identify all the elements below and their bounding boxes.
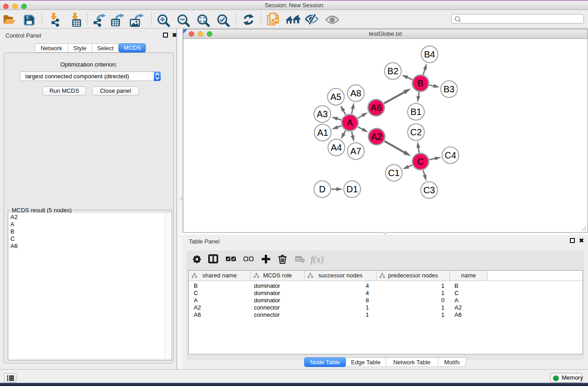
svg-text:A8: A8 bbox=[350, 88, 361, 98]
svg-text:A6: A6 bbox=[371, 103, 382, 113]
svg-text:C2: C2 bbox=[410, 127, 422, 137]
svg-text:B: B bbox=[417, 78, 423, 88]
svg-text:A7: A7 bbox=[350, 146, 361, 156]
svg-text:A3: A3 bbox=[317, 109, 328, 119]
svg-text:D: D bbox=[319, 184, 325, 194]
svg-text:A: A bbox=[347, 118, 353, 128]
svg-text:D1: D1 bbox=[346, 184, 358, 194]
svg-text:A2: A2 bbox=[371, 132, 382, 142]
svg-text:B2: B2 bbox=[387, 66, 398, 76]
svg-text:A4: A4 bbox=[331, 143, 342, 152]
svg-text:B3: B3 bbox=[444, 84, 454, 94]
svg-text:A5: A5 bbox=[330, 92, 341, 102]
svg-text:C4: C4 bbox=[445, 150, 456, 160]
svg-text:C: C bbox=[417, 157, 424, 167]
svg-text:C3: C3 bbox=[423, 185, 435, 195]
svg-text:B4: B4 bbox=[424, 49, 435, 59]
svg-text:B1: B1 bbox=[411, 107, 421, 117]
svg-text:A1: A1 bbox=[317, 128, 328, 138]
svg-text:C1: C1 bbox=[388, 168, 400, 178]
